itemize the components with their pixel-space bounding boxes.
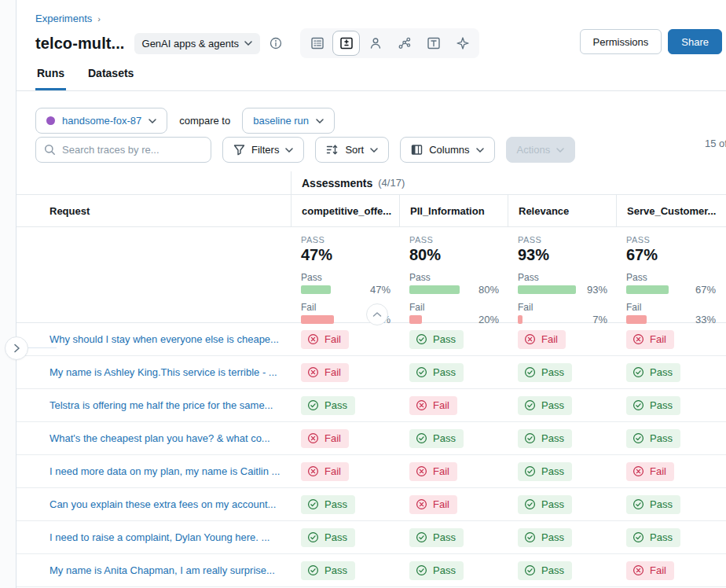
request-link[interactable]: What's the cheapest plan you have? & wha…	[50, 432, 270, 444]
actions-button[interactable]: Actions	[506, 137, 576, 163]
search-input-wrapper	[35, 137, 211, 163]
request-cell: My name is Anita Chapman, I am really su…	[16, 554, 291, 586]
fail-x-icon	[632, 465, 644, 477]
experiment-type-label: GenAI apps & agents	[142, 38, 240, 50]
pass-check-icon	[307, 498, 319, 510]
table-row[interactable]: Telstra is offering me half the price fo…	[16, 389, 726, 422]
overall-pass-rate: 80%	[409, 246, 500, 264]
request-cell: Why should I stay when everyone else is …	[16, 323, 291, 355]
pass-badge: Pass	[409, 330, 464, 349]
permissions-button[interactable]: Permissions	[580, 29, 662, 54]
pass-badge: Pass	[409, 561, 464, 580]
chevron-up-icon	[372, 311, 382, 318]
fail-x-icon	[416, 399, 427, 411]
experiment-type-dropdown[interactable]: GenAI apps & agents	[134, 33, 261, 54]
users-view-button[interactable]	[361, 31, 389, 56]
result-cell: Fail	[508, 323, 616, 355]
pass-badge: Pass	[518, 429, 572, 448]
chevron-down-icon	[148, 119, 156, 123]
columns-button[interactable]: Columns	[400, 137, 494, 163]
sort-label: Sort	[345, 144, 364, 156]
view-mode-toolbar	[300, 28, 479, 58]
expand-panel-button[interactable]	[5, 336, 28, 360]
chevron-down-icon	[285, 148, 293, 153]
pass-check-icon	[416, 366, 427, 378]
pass-stat-value: 80%	[478, 284, 499, 296]
result-cell: Fail	[399, 389, 508, 421]
baseline-run-dropdown[interactable]: baseline run	[242, 108, 335, 134]
assessment-column-header[interactable]: competitive_offe...	[291, 195, 399, 226]
left-rail	[0, 0, 16, 588]
table-row[interactable]: My name is Ashley King.This service is t…	[16, 356, 726, 389]
table-row[interactable]: I need more data on my plan, my name is …	[16, 455, 726, 488]
request-link[interactable]: Can you explain these extra fees on my a…	[50, 498, 276, 510]
result-cell: Fail	[616, 455, 726, 487]
pass-badge: Pass	[409, 528, 464, 547]
pass-check-icon	[307, 564, 319, 576]
text-view-button[interactable]	[420, 31, 447, 56]
pass-badge: Pass	[626, 495, 680, 514]
run-selector-dropdown[interactable]: handsome-fox-87	[35, 108, 167, 134]
result-cell: Fail	[616, 554, 726, 586]
tab-datasets[interactable]: Datasets	[86, 67, 135, 90]
request-cell: My name is Ashley King.This service is t…	[16, 356, 291, 388]
pass-check-icon	[416, 564, 427, 576]
result-cell: Pass	[616, 389, 726, 421]
request-link[interactable]: I need more data on my plan, my name is …	[50, 465, 280, 477]
table-row[interactable]: What's the cheapest plan you have? & wha…	[16, 422, 726, 455]
assessment-column-header[interactable]: Relevance	[508, 195, 616, 226]
assessment-summary-cell: PASS 80% Pass 80% Fail 20%	[399, 227, 508, 324]
evaluations-view-button[interactable]	[332, 31, 360, 56]
request-column-header[interactable]: Request	[16, 195, 291, 226]
breadcrumb-experiments-link[interactable]: Experiments	[35, 13, 92, 24]
tab-runs[interactable]: Runs	[35, 67, 66, 90]
search-input[interactable]	[62, 144, 188, 156]
pass-check-icon	[632, 432, 644, 444]
fail-stat-label: Fail	[518, 302, 607, 313]
request-link[interactable]: I need to raise a complaint, Dylan Young…	[50, 531, 270, 543]
trace-count-label: 15 of	[705, 138, 726, 149]
fail-bar	[301, 315, 334, 324]
pass-check-icon	[632, 399, 644, 411]
traces-list-view-button[interactable]	[303, 31, 331, 56]
pass-badge: Pass	[518, 495, 572, 514]
result-cell: Pass	[508, 488, 616, 520]
column-header-row: Request competitive_offe...PII_Informati…	[16, 195, 726, 227]
run-color-dot	[46, 116, 55, 125]
sort-button[interactable]: Sort	[315, 137, 389, 163]
chevron-down-icon	[556, 148, 564, 153]
share-button[interactable]: Share	[668, 29, 722, 54]
pass-caption: PASS	[409, 235, 500, 244]
request-link[interactable]: Telstra is offering me half the price fo…	[50, 399, 273, 411]
fail-x-icon	[632, 564, 644, 576]
collapse-summary-button[interactable]	[366, 303, 388, 325]
assessments-count: (4/17)	[378, 177, 405, 189]
filters-button[interactable]: Filters	[222, 137, 304, 163]
request-link[interactable]: Why should I stay when everyone else is …	[50, 333, 279, 345]
baseline-run-label: baseline run	[253, 115, 309, 127]
ai-sparkle-button[interactable]	[449, 31, 476, 56]
fail-badge: Fail	[626, 462, 674, 481]
pass-bar	[409, 285, 460, 294]
request-cell: I need more data on my plan, my name is …	[16, 455, 291, 487]
result-cell: Pass	[508, 455, 616, 487]
fail-stat-label: Fail	[626, 302, 716, 313]
plus-minus-box-icon	[339, 36, 354, 50]
request-link[interactable]: My name is Ashley King.This service is t…	[50, 366, 277, 378]
request-link[interactable]: My name is Anita Chapman, I am really su…	[50, 564, 275, 576]
chevron-down-icon	[316, 119, 324, 123]
pass-caption: PASS	[626, 235, 718, 244]
models-graph-view-button[interactable]	[390, 31, 418, 56]
info-icon[interactable]	[270, 37, 282, 50]
result-cell: Pass	[291, 389, 399, 421]
pass-caption: PASS	[301, 235, 391, 244]
result-cell: Fail	[291, 356, 399, 388]
table-row[interactable]: Why should I stay when everyone else is …	[16, 323, 726, 356]
result-cell: Fail	[399, 488, 508, 520]
table-row[interactable]: My name is Anita Chapman, I am really su…	[16, 554, 726, 587]
table-row[interactable]: Can you explain these extra fees on my a…	[16, 488, 726, 521]
pass-stat-label: Pass	[518, 272, 607, 283]
table-row[interactable]: I need to raise a complaint, Dylan Young…	[16, 521, 726, 554]
assessment-column-header[interactable]: Serve_Customer...	[616, 195, 726, 226]
assessment-column-header[interactable]: PII_Information	[399, 195, 508, 226]
